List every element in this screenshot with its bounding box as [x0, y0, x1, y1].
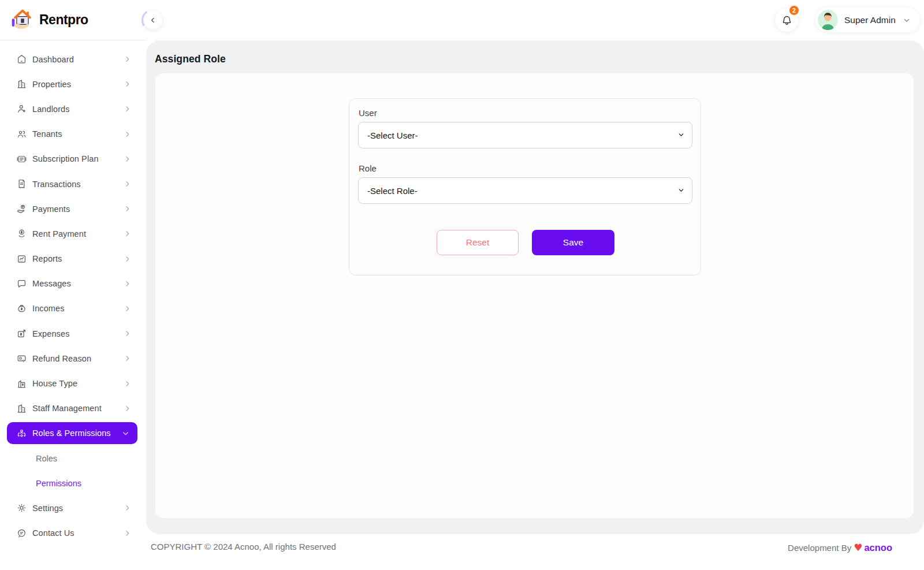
- sidebar-item-transactions[interactable]: Transactions: [0, 172, 146, 196]
- sidebar-item-label: Rent Payment: [32, 229, 86, 239]
- chevron-down-icon: [122, 430, 129, 437]
- sidebar-item-label: Subscription Plan: [32, 154, 99, 163]
- footer: COPYRIGHT © 2024 Acnoo, All rights Reser…: [146, 534, 924, 570]
- chevron-right-icon: [124, 405, 131, 412]
- house-icon: [16, 378, 27, 389]
- brand-name: Rentpro: [39, 12, 88, 28]
- user-name: Super Admin: [844, 15, 896, 25]
- sidebar-item-label: Properties: [32, 80, 71, 89]
- chevron-right-icon: [124, 504, 131, 512]
- man-avatar: [818, 10, 838, 30]
- sidebar-item-dashboard[interactable]: Dashboard: [0, 47, 146, 72]
- notifications: 2: [775, 8, 800, 33]
- sidebar-item-label: Contact Us: [32, 528, 74, 538]
- chevron-right-icon: [124, 255, 131, 263]
- chevron-right-icon: [124, 280, 131, 288]
- heart-icon: ♥: [854, 542, 862, 553]
- sidebar-item-subscription-plan[interactable]: Subscription Plan: [0, 147, 146, 172]
- save-button[interactable]: Save: [532, 230, 614, 255]
- sidebar-item-label: Messages: [32, 279, 71, 288]
- sidebar-item-label: Refund Reason: [32, 354, 91, 363]
- form-actions: Reset Save: [349, 230, 702, 255]
- home-icon: [16, 54, 27, 65]
- sidebar: Rentpro Dashboard Properties Landlords T…: [0, 0, 146, 570]
- house-hand-logo: [9, 8, 36, 33]
- reset-button[interactable]: Reset: [437, 230, 519, 255]
- sidebar-item-label: Expenses: [32, 329, 69, 338]
- role-select[interactable]: -Select Role-: [358, 177, 692, 204]
- sidebar-item-label: Staff Management: [32, 404, 102, 413]
- user-icon: [16, 103, 27, 114]
- sidebar-item-contact-us[interactable]: Contact Us: [0, 521, 146, 546]
- coin-icon: [16, 228, 27, 239]
- sidebar-item-label: Settings: [32, 504, 63, 513]
- role-field-label: Role: [359, 163, 377, 173]
- sidebar-item-roles-permissions[interactable]: Roles & Permissions: [7, 422, 137, 444]
- app-root: Rentpro Dashboard Properties Landlords T…: [0, 0, 924, 570]
- sidebar-subitem-permissions[interactable]: Permissions: [0, 471, 146, 496]
- users-icon: [16, 129, 27, 140]
- user-select[interactable]: -Select User-: [358, 122, 692, 148]
- development-credit: Development By ♥ acnoo: [788, 542, 892, 553]
- user-select-wrap: -Select User-: [358, 122, 692, 148]
- hand-coin-icon: [16, 203, 27, 214]
- sidebar-item-messages[interactable]: Messages: [0, 271, 146, 296]
- chevron-right-icon: [124, 131, 131, 138]
- chevron-right-icon: [124, 330, 131, 337]
- sidebar-item-landlords[interactable]: Landlords: [0, 96, 146, 121]
- sidebar-subitem-label: Roles: [36, 454, 57, 463]
- sidebar-item-refund-reason[interactable]: Refund Reason: [0, 346, 146, 371]
- sidebar-item-label: Landlords: [32, 105, 70, 114]
- sidebar-item-label: Payments: [32, 204, 70, 214]
- receipt-icon: [16, 178, 27, 189]
- expense-box-icon: [16, 328, 27, 339]
- chat-face-icon: [16, 528, 27, 539]
- refund-card-icon: [16, 353, 27, 364]
- sidebar-item-label: Incomes: [32, 304, 65, 313]
- subscription-card-icon: [16, 154, 27, 165]
- brand: Rentpro: [0, 0, 146, 40]
- chevron-right-icon: [124, 80, 131, 88]
- chevron-right-icon: [124, 105, 131, 113]
- sidebar-subitem-roles[interactable]: Roles: [0, 446, 146, 471]
- sidebar-item-house-type[interactable]: House Type: [0, 371, 146, 396]
- sidebar-item-label: Tenants: [32, 129, 62, 139]
- assign-role-form: User -Select User- Role -Select Role-: [349, 98, 701, 275]
- sidebar-item-label: House Type: [32, 379, 77, 388]
- chevron-right-icon: [124, 155, 131, 163]
- chevron-down-icon: [903, 16, 911, 24]
- sidebar-item-label: Dashboard: [32, 55, 74, 64]
- copyright-text: COPYRIGHT © 2024 Acnoo, All rights Reser…: [151, 542, 336, 552]
- sidebar-item-staff-management[interactable]: Staff Management: [0, 396, 146, 421]
- chart-icon: [16, 254, 27, 264]
- staff-building-icon: [16, 403, 27, 414]
- sidebar-item-tenants[interactable]: Tenants: [0, 122, 146, 147]
- user-sync-icon: [16, 428, 27, 439]
- role-select-wrap: -Select Role-: [358, 177, 692, 204]
- chevron-right-icon: [124, 205, 131, 213]
- sidebar-item-reports[interactable]: Reports: [0, 247, 146, 271]
- sidebar-item-payments[interactable]: Payments: [0, 196, 146, 221]
- sidebar-subitem-label: Permissions: [36, 479, 81, 488]
- sidebar-item-incomes[interactable]: Incomes: [0, 296, 146, 321]
- chevron-right-icon: [124, 180, 131, 188]
- main-content: Assigned Role User -Select User- Role -S…: [146, 40, 924, 534]
- sidebar-item-settings[interactable]: Settings: [0, 496, 146, 520]
- building-icon: [16, 79, 27, 90]
- acnoo-link[interactable]: acnoo: [864, 542, 892, 553]
- sidebar-item-rent-payment[interactable]: Rent Payment: [0, 221, 146, 246]
- money-bag-icon: [16, 303, 27, 314]
- chevron-right-icon: [124, 55, 131, 63]
- sidebar-item-expenses[interactable]: Expenses: [0, 321, 146, 346]
- bell-icon: [781, 14, 793, 27]
- page-title: Assigned Role: [155, 53, 226, 65]
- chevron-right-icon: [124, 230, 131, 237]
- sidebar-item-properties[interactable]: Properties: [0, 72, 146, 96]
- content-card: User -Select User- Role -Select Role-: [155, 73, 914, 518]
- user-field-label: User: [359, 108, 377, 118]
- sidebar-collapse-button[interactable]: [144, 11, 162, 29]
- notification-badge: 2: [789, 5, 799, 16]
- top-header: 2 Super Admin: [146, 0, 924, 40]
- chevron-left-icon: [149, 16, 157, 24]
- user-menu[interactable]: Super Admin: [815, 8, 920, 32]
